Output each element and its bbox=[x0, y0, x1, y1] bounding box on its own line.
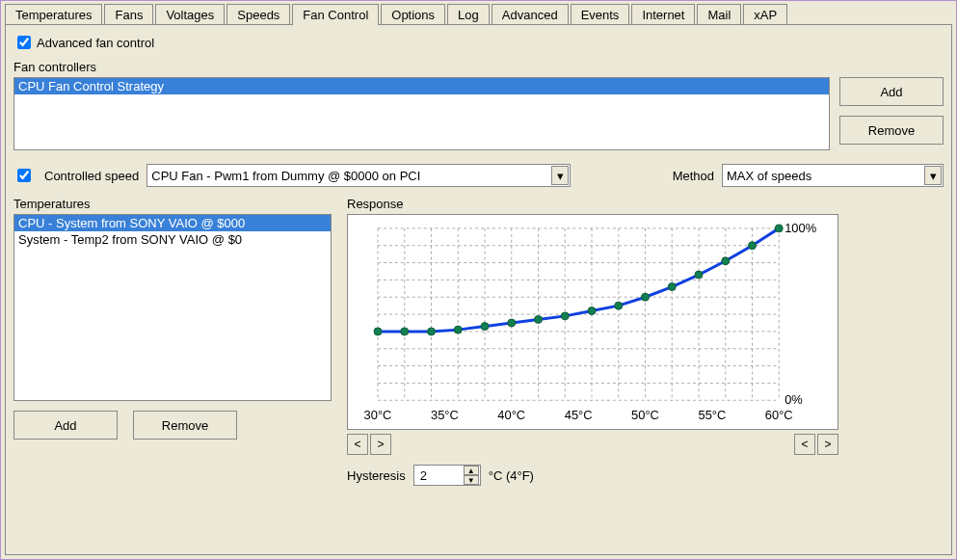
method-value: MAX of speeds bbox=[727, 169, 811, 183]
svg-text:45°C: 45°C bbox=[565, 408, 593, 422]
chart-max-right-button[interactable]: > bbox=[817, 434, 838, 455]
temperatures-label: Temperatures bbox=[13, 197, 332, 211]
svg-point-40 bbox=[481, 323, 489, 331]
tab-speeds[interactable]: Speeds bbox=[226, 4, 290, 25]
tab-temperatures[interactable]: Temperatures bbox=[5, 4, 102, 25]
response-label: Response bbox=[347, 197, 944, 211]
hysteresis-spinbox[interactable]: 2 ▲ ▼ bbox=[413, 465, 481, 486]
fan-controllers-block: Fan controllers CPU Fan Control Strategy… bbox=[13, 60, 944, 150]
svg-point-38 bbox=[428, 328, 436, 335]
svg-point-36 bbox=[374, 328, 382, 335]
tab-fan-control[interactable]: Fan Control bbox=[292, 4, 379, 25]
hysteresis-unit: °C (4°F) bbox=[489, 468, 534, 483]
controlled-speed-label: Controlled speed bbox=[44, 169, 139, 183]
svg-point-49 bbox=[722, 257, 730, 265]
method-label: Method bbox=[673, 169, 714, 183]
chart-max-left-button[interactable]: < bbox=[794, 434, 815, 455]
spin-up-icon[interactable]: ▲ bbox=[464, 466, 479, 475]
svg-point-43 bbox=[561, 312, 569, 320]
remove-temperature-button[interactable]: Remove bbox=[133, 411, 237, 440]
add-temperature-button[interactable]: Add bbox=[13, 411, 118, 440]
advanced-fan-control-label: Advanced fan control bbox=[37, 36, 154, 50]
method-dropdown[interactable]: MAX of speeds ▾ bbox=[722, 164, 944, 187]
list-item[interactable]: System - Temp2 from SONY VAIO @ $0 bbox=[14, 231, 331, 248]
controlled-speed-checkbox[interactable] bbox=[17, 169, 31, 182]
fan-controllers-listbox[interactable]: CPU Fan Control Strategy bbox=[13, 77, 830, 150]
hysteresis-row: Hysteresis 2 ▲ ▼ °C (4°F) bbox=[347, 465, 944, 486]
advanced-fan-control-row: Advanced fan control bbox=[13, 33, 944, 52]
svg-text:35°C: 35°C bbox=[431, 408, 459, 422]
chevron-down-icon[interactable]: ▾ bbox=[924, 166, 942, 185]
tab-events[interactable]: Events bbox=[571, 4, 630, 25]
svg-point-51 bbox=[775, 225, 783, 232]
hysteresis-value: 2 bbox=[420, 468, 427, 483]
svg-point-44 bbox=[588, 307, 596, 315]
add-controller-button[interactable]: Add bbox=[839, 77, 944, 106]
controlled-speed-dropdown[interactable]: CPU Fan - Pwm1 from Dummy @ $0000 on PCI… bbox=[146, 164, 571, 187]
controlled-speed-value: CPU Fan - Pwm1 from Dummy @ $0000 on PCI bbox=[151, 169, 420, 183]
svg-point-39 bbox=[454, 326, 462, 333]
tab-mail[interactable]: Mail bbox=[697, 4, 741, 25]
svg-point-37 bbox=[401, 328, 409, 335]
svg-text:55°C: 55°C bbox=[698, 408, 726, 422]
hysteresis-label: Hysteresis bbox=[347, 468, 406, 483]
remove-controller-button[interactable]: Remove bbox=[839, 116, 944, 145]
svg-point-46 bbox=[642, 293, 650, 301]
temperatures-column: Temperatures CPU - System from SONY VAIO… bbox=[13, 197, 332, 486]
tab-xap[interactable]: xAP bbox=[743, 4, 787, 25]
svg-point-41 bbox=[508, 319, 516, 327]
tab-voltages[interactable]: Voltages bbox=[155, 4, 225, 25]
lower-block: Temperatures CPU - System from SONY VAIO… bbox=[13, 197, 944, 486]
tab-panel-fan-control: Advanced fan control Fan controllers CPU… bbox=[5, 24, 952, 555]
tab-fans[interactable]: Fans bbox=[104, 4, 153, 25]
chart-min-right-button[interactable]: > bbox=[370, 434, 391, 455]
svg-point-50 bbox=[749, 242, 757, 250]
list-item[interactable]: CPU Fan Control Strategy bbox=[14, 78, 829, 94]
tabstrip: TemperaturesFansVoltagesSpeedsFan Contro… bbox=[5, 1, 956, 24]
temperatures-listbox[interactable]: CPU - System from SONY VAIO @ $000System… bbox=[13, 214, 332, 401]
response-chart: 30°C35°C40°C45°C50°C55°C60°C100%0% bbox=[347, 214, 838, 430]
svg-text:0%: 0% bbox=[784, 392, 803, 407]
svg-text:40°C: 40°C bbox=[497, 408, 525, 422]
svg-point-48 bbox=[695, 271, 703, 279]
chevron-down-icon[interactable]: ▾ bbox=[551, 166, 569, 185]
svg-text:60°C: 60°C bbox=[765, 408, 793, 422]
controlled-speed-row: Controlled speed CPU Fan - Pwm1 from Dum… bbox=[13, 164, 944, 187]
app-root: TemperaturesFansVoltagesSpeedsFan Contro… bbox=[0, 0, 957, 560]
svg-text:30°C: 30°C bbox=[364, 408, 392, 422]
chart-min-left-button[interactable]: < bbox=[347, 434, 368, 455]
spin-down-icon[interactable]: ▼ bbox=[464, 475, 479, 485]
tab-log[interactable]: Log bbox=[447, 4, 490, 25]
advanced-fan-control-checkbox[interactable] bbox=[17, 36, 31, 49]
tab-advanced[interactable]: Advanced bbox=[492, 4, 569, 25]
tab-internet[interactable]: Internet bbox=[631, 4, 695, 25]
svg-text:50°C: 50°C bbox=[631, 408, 659, 422]
response-column: Response 30°C35°C40°C45°C50°C55°C60°C100… bbox=[347, 197, 944, 486]
svg-point-45 bbox=[615, 302, 623, 309]
fan-controllers-label: Fan controllers bbox=[13, 60, 944, 74]
chart-scroll-row: < > < > bbox=[347, 434, 838, 455]
svg-text:100%: 100% bbox=[784, 221, 816, 235]
svg-point-42 bbox=[535, 315, 543, 323]
svg-point-47 bbox=[668, 283, 676, 291]
tab-options[interactable]: Options bbox=[381, 4, 445, 25]
list-item[interactable]: CPU - System from SONY VAIO @ $000 bbox=[14, 215, 331, 231]
